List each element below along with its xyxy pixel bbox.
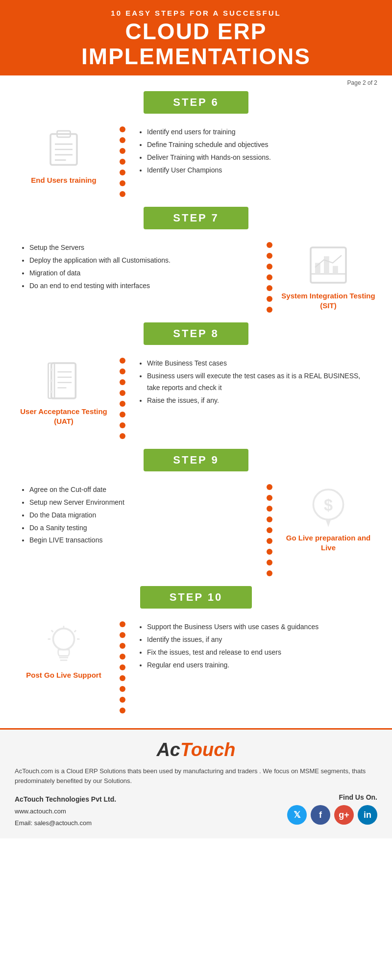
dot [120,137,125,143]
list-item: Identify User Champions [147,165,372,176]
footer-company: AcTouch Technologies Pvt Ltd. [15,795,116,803]
step7-icon-label: System Integration Testing (SIT) [279,291,377,310]
step7-text: Setup the Servers Deploy the application… [15,238,260,296]
googleplus-icon[interactable]: g+ [334,805,354,825]
step9-row: Agree on the Cut-off date Setup new Serv… [0,475,392,581]
step10-list: Support the Business Users with use case… [137,621,372,671]
footer-description: AcTouch.com is a Cloud ERP Solutions tha… [15,766,377,785]
list-item: Deliver Training with Hands-on sessions. [147,152,372,164]
step7-label: STEP 7 [144,207,248,229]
step8-list: Write Business Test cases Business users… [137,358,372,406]
svg-text:$: $ [324,496,333,514]
svg-line-27 [51,630,53,632]
dot [120,632,125,638]
step6-text: Identify end users for training Define T… [132,122,377,181]
svg-point-17 [50,368,52,371]
step9-label: STEP 9 [144,449,248,471]
step6-icon-label: End Users training [31,175,96,185]
dot [120,191,125,197]
step8-text: Write Business Test cases Business users… [132,354,377,411]
list-item: Do a Sanity testing [29,522,255,534]
dot [267,242,272,248]
list-item: Do an end to end testing with interfaces [29,280,255,292]
header-subtitle: 10 EASY STEPS FOR A SUCCESFUL [10,9,382,17]
step7-list: Setup the Servers Deploy the application… [20,242,255,292]
logo-touch: Touch [180,739,236,760]
dot [120,412,125,417]
list-item: Identify end users for training [147,126,372,138]
notebook-icon [42,359,86,403]
dot [267,495,272,501]
list-item: Migration of data [29,268,255,279]
list-item: Business users will execute the test cas… [147,370,372,394]
step8-dots [113,354,132,439]
list-item: Write Business Test cases [147,358,372,369]
step9-dots [260,480,279,576]
step7-banner: STEP 7 [0,207,392,229]
svg-point-18 [50,379,52,382]
twitter-icon[interactable]: 𝕏 [287,805,307,825]
list-item: Fix the issues, test and release to end … [147,647,372,659]
dot [120,654,125,660]
step10-icon-label: Post Go Live Support [26,670,101,680]
step8-banner: STEP 8 [0,322,392,345]
dot [120,358,125,364]
footer-logo: AcTouch [15,739,377,760]
list-item: Setup the Servers [29,242,255,254]
step7-dots [260,238,279,313]
dot [120,697,125,703]
svg-line-28 [74,630,76,632]
page-label: Page 2 of 2 [0,75,392,86]
dot [120,422,125,428]
svg-rect-9 [324,256,329,274]
dot [120,433,125,439]
step7-row: Setup the Servers Deploy the application… [0,233,392,318]
step6-dots [113,122,132,197]
step6-row: End Users training Identify end users fo… [0,118,392,202]
list-item: Deploy the application with all Customis… [29,255,255,267]
step10-row: Post Go Live Support Support the Busines… [0,612,392,718]
dot [267,527,272,533]
facebook-icon[interactable]: f [311,805,330,825]
dot [120,126,125,132]
dollar-icon: $ [306,485,350,529]
step10-label: STEP 10 [140,586,252,609]
dot [267,538,272,544]
svg-rect-10 [333,266,338,274]
step9-icon-col: $ Go Live preparation and Live [279,480,377,552]
dot [267,570,272,576]
dot [120,621,125,627]
step9-banner: STEP 9 [0,449,392,471]
logo-ac: Ac [156,739,180,760]
linkedin-icon[interactable]: in [358,805,377,825]
list-item: Begin LIVE transactions [29,535,255,546]
dot [120,390,125,396]
footer-contact: AcTouch Technologies Pvt Ltd. www.actouc… [15,793,116,829]
dot [267,274,272,280]
dot [267,264,272,270]
chart-icon [306,243,350,287]
dot [267,506,272,512]
step6-label: STEP 6 [144,91,248,114]
step6-banner: STEP 6 [0,91,392,114]
footer-website: www.actouch.com [15,806,116,817]
step9-text: Agree on the Cut-off date Setup new Serv… [15,480,260,551]
dot [120,675,125,681]
dot [267,296,272,302]
svg-point-23 [53,629,74,650]
dot [120,686,125,692]
header-title: CLOUD ERP IMPLEMENTATIONS [10,19,382,69]
dot [267,516,272,522]
step8-label: STEP 8 [144,322,248,345]
step10-text: Support the Business Users with use case… [132,617,377,676]
step10-icon-col: Post Go Live Support [15,617,113,680]
dot [267,285,272,291]
svg-point-19 [50,391,52,393]
bulb-icon [42,622,86,666]
clipboard-icon [42,127,86,172]
dot [120,368,125,374]
social-icons: 𝕏 f g+ in [287,805,377,825]
footer-social: Find Us On. 𝕏 f g+ in [287,793,377,825]
step9-icon-label: Go Live preparation and Live [279,533,377,552]
step8-icon-col: User Acceptance Testing (UAT) [15,354,113,426]
